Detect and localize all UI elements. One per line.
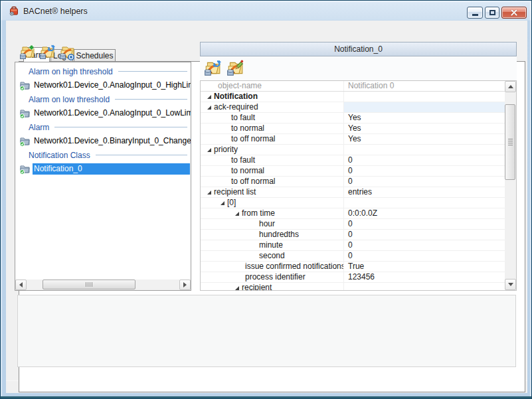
list-item[interactable]: Network01.Device_0.BinaryInput_0_ChangeO… [15, 134, 191, 148]
view-alarm-button[interactable] [59, 44, 75, 60]
alarm-group-header: Notification Class [15, 148, 191, 162]
output-panel [17, 295, 516, 367]
list-item[interactable]: Network01.Device_0.AnalogInput_0_HighLim… [15, 78, 191, 92]
alarm-object-icon [19, 108, 30, 119]
property-row[interactable]: hour 0 [201, 219, 505, 230]
property-row[interactable]: to off normal 0 [201, 177, 505, 187]
tab-schedules[interactable]: Schedules [74, 49, 116, 62]
scroll-up-button[interactable] [505, 81, 516, 92]
property-row[interactable]: process identifier 123456 [201, 272, 505, 283]
edit-properties-button[interactable] [226, 60, 244, 77]
alarm-group-header: Alarm [15, 120, 191, 134]
property-row[interactable]: issue confirmed notifications True [201, 262, 505, 272]
selected-object-title: Notification_0 [334, 44, 383, 54]
property-value: 0 [343, 230, 505, 240]
expander-icon[interactable] [207, 148, 211, 152]
scrollbar-track[interactable] [505, 92, 516, 279]
expander-icon[interactable] [207, 106, 211, 110]
list-item-label: Network01.Device_0.AnalogInput_0_HighLim… [33, 80, 191, 91]
property-name: [0] [227, 198, 236, 208]
property-grid: object-name Notification 0 Notification … [200, 80, 517, 291]
arrow-right-icon [183, 282, 187, 287]
group-label: Alarm [29, 123, 49, 132]
property-value [343, 198, 505, 208]
titlebar[interactable]: BACnet® helpers [2, 2, 530, 21]
property-name: priority [214, 145, 238, 155]
property-name: from time [242, 208, 275, 218]
close-button[interactable] [501, 7, 527, 19]
scroll-left-button[interactable] [15, 279, 27, 290]
property-name: recipient [242, 283, 272, 290]
property-row[interactable]: ack-required [201, 102, 505, 113]
minimize-button[interactable] [467, 7, 483, 19]
thumb-grip-icon [508, 139, 513, 145]
refresh-alarms-button[interactable] [39, 44, 55, 60]
property-value: Yes [343, 113, 505, 123]
add-alarm-button[interactable] [19, 44, 35, 60]
arrow-left-icon [19, 282, 23, 287]
app-icon [9, 6, 19, 17]
property-value [343, 102, 505, 112]
list-item[interactable]: Network01.Device_0.AnalogInput_0_LowLimi… [15, 106, 191, 120]
property-row[interactable]: to normal 0 [201, 166, 505, 177]
alarm-group-header: Alarm on low threshold [15, 92, 191, 106]
group-separator-line [118, 71, 187, 72]
property-row[interactable]: to off normal Yes [201, 134, 505, 145]
property-name: object-name [218, 81, 262, 91]
property-value: Notification 0 [343, 81, 505, 91]
list-item-selected[interactable]: Notification_0 [15, 162, 191, 176]
property-row[interactable]: hundredths 0 [201, 230, 505, 240]
arrow-up-icon [508, 85, 513, 88]
property-row[interactable]: priority [201, 145, 505, 155]
property-name: process identifier [245, 272, 306, 282]
property-value: 0 [343, 155, 505, 165]
property-name: hundredths [259, 230, 299, 240]
scrollbar-thumb[interactable] [43, 279, 135, 289]
app-window: BACnet® helpers Alarms Logs Schedules [0, 0, 532, 399]
property-row[interactable]: recipient [201, 283, 505, 290]
properties-toolbar [200, 56, 517, 80]
scrollbar-track[interactable] [27, 279, 179, 290]
close-icon [510, 9, 518, 17]
expander-icon[interactable] [235, 212, 239, 216]
property-name: issue confirmed notifications [245, 262, 343, 272]
property-row[interactable]: [0] [201, 198, 505, 208]
scrollbar-thumb[interactable] [505, 104, 515, 180]
property-value: 0:0:0.0Z [343, 208, 505, 218]
property-row[interactable]: minute 0 [201, 240, 505, 251]
property-row[interactable]: Notification [201, 92, 505, 102]
property-value [343, 283, 505, 290]
property-value: 0 [343, 251, 505, 261]
property-name: second [259, 251, 285, 261]
refresh-properties-button[interactable] [204, 60, 221, 77]
scroll-right-button[interactable] [179, 279, 191, 290]
property-name: to normal [231, 123, 264, 133]
expander-icon[interactable] [207, 95, 211, 99]
group-separator-line [96, 155, 187, 155]
property-row[interactable]: to fault Yes [201, 113, 505, 123]
property-value: 0 [343, 177, 505, 187]
property-row[interactable]: second 0 [201, 251, 505, 262]
alarm-list: Alarm on high threshold Network01.Device… [15, 62, 191, 291]
property-name: minute [259, 240, 283, 250]
group-separator-line [115, 99, 187, 100]
property-name: to normal [231, 166, 264, 176]
property-row[interactable]: recipient list entries [201, 187, 505, 198]
property-row[interactable]: from time 0:0:0.0Z [201, 208, 505, 219]
maximize-button[interactable] [485, 7, 499, 19]
property-row[interactable]: to fault 0 [201, 155, 505, 166]
group-separator-line [54, 127, 187, 127]
scroll-down-button[interactable] [505, 279, 516, 290]
property-name: Notification [214, 92, 258, 102]
property-row[interactable]: to normal Yes [201, 123, 505, 134]
thumb-grip-icon [86, 282, 92, 287]
horizontal-scrollbar[interactable] [15, 279, 191, 290]
property-name: to off normal [231, 134, 275, 144]
property-row[interactable]: object-name Notification 0 [201, 81, 505, 92]
properties-panel-header: Notification_0 [200, 42, 517, 56]
group-label: Alarm on high threshold [29, 67, 113, 76]
expander-icon[interactable] [221, 201, 224, 205]
expander-icon[interactable] [235, 286, 239, 290]
vertical-scrollbar[interactable] [505, 81, 516, 290]
expander-icon[interactable] [207, 191, 211, 195]
